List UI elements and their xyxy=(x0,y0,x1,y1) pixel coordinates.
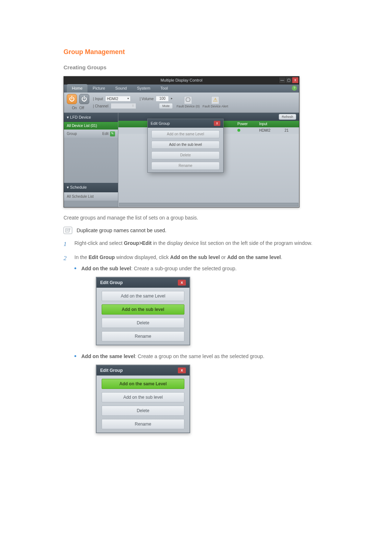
dialog-delete-button[interactable]: Delete xyxy=(102,406,184,416)
dialog-add-same-button[interactable]: Add on the same Level xyxy=(102,379,184,389)
dialog-titlebar: Edit Group x xyxy=(97,278,189,288)
group-label: Group xyxy=(67,131,77,136)
menu-home[interactable]: Home xyxy=(67,84,87,93)
volume-value[interactable]: 100 xyxy=(156,96,169,102)
fault-device-label: Fault Device (0) xyxy=(176,105,200,108)
channel-label: | Channel xyxy=(93,103,109,109)
channel-select: ⇳ xyxy=(111,103,136,109)
mdc-app-window: Multiple Display Control — ▢ x Home Pict… xyxy=(64,76,299,208)
power-status-indicator xyxy=(237,129,240,132)
on-label: On xyxy=(72,105,77,111)
dialog-add-same-button[interactable]: Add on the same Level xyxy=(102,291,184,301)
popup-titlebar: Edit Group x xyxy=(148,119,223,128)
step2-bold2: Add on the sub level xyxy=(170,254,220,260)
step-2: 2 In the Edit Group window displayed, cl… xyxy=(64,254,328,440)
step2-text-b: window displayed, click xyxy=(115,254,170,260)
dialog-close-button[interactable]: x xyxy=(178,368,186,373)
bullet-sub-level: Add on the sub level: Create a sub-group… xyxy=(74,265,328,348)
stepper-icon: ⇳ xyxy=(132,104,134,108)
menu-sound[interactable]: Sound xyxy=(110,84,132,93)
input-select[interactable]: HDMI2 ▾ xyxy=(105,96,131,102)
bullet-icon xyxy=(74,355,76,357)
edit-label: Edit xyxy=(102,131,109,136)
steps-list: 1 Right-click and select Group>Edit in t… xyxy=(64,239,328,441)
menu-tool[interactable]: Tool xyxy=(155,84,173,93)
bullet1-text: : Create a sub-group under the selected … xyxy=(131,266,237,271)
menu-picture[interactable]: Picture xyxy=(87,84,110,93)
volume-play-icon[interactable]: ▸ xyxy=(171,96,173,101)
edit-group-button[interactable]: ✎ xyxy=(110,131,115,136)
step2-text-d: . xyxy=(281,254,282,260)
step2-bold3: Add on the same level xyxy=(227,254,281,260)
input-label: | Input xyxy=(93,96,103,102)
volume-label: | Volume xyxy=(140,96,154,102)
step-number: 1 xyxy=(64,239,69,249)
power-on-button[interactable]: ⏻ xyxy=(67,94,77,104)
sidebar-all-schedule[interactable]: All Schedule List xyxy=(64,192,118,201)
dialog-delete-button[interactable]: Delete xyxy=(102,318,184,328)
dialog-rename-button[interactable]: Rename xyxy=(102,419,184,429)
cell-count: 21 xyxy=(282,128,291,133)
dialog-add-sub-button[interactable]: Add on the sub level xyxy=(102,304,184,315)
mute-button[interactable]: Mute xyxy=(159,103,173,109)
step1-bold: Group>Edit xyxy=(124,240,152,246)
step2-bold1: Edit Group xyxy=(89,254,115,260)
popup-rename-button[interactable]: Rename xyxy=(151,162,220,170)
section-heading: Group Management xyxy=(64,47,328,57)
cell-input: HDMI2 xyxy=(256,128,282,133)
step1-text-b: in the display device list section on th… xyxy=(152,240,313,246)
col-input: Input xyxy=(256,121,282,127)
step2-text-a: In the xyxy=(74,254,89,260)
fault-device-icon[interactable]: 🖵 xyxy=(184,96,192,104)
bullet-icon xyxy=(74,267,76,269)
sidebar: ▾ LFD Device All Device List (01) Group … xyxy=(64,113,118,207)
fault-alert-icon[interactable]: ⚠ xyxy=(211,96,219,104)
app-body: ▾ LFD Device All Device List (01) Group … xyxy=(64,113,299,207)
dialog-add-sub-button[interactable]: Add on the sub level xyxy=(102,392,184,402)
note-row: Duplicate group names cannot be used. xyxy=(64,227,328,234)
popup-delete-button[interactable]: Delete xyxy=(151,151,220,159)
popup-close-button[interactable]: x xyxy=(214,121,220,126)
close-button[interactable]: x xyxy=(292,77,298,83)
step1-text-a: Right-click and select xyxy=(74,240,124,246)
refresh-button[interactable]: Refresh xyxy=(279,114,296,120)
fault-alert-label: Fault Device Alert xyxy=(203,105,228,108)
help-icon[interactable]: ? xyxy=(292,86,297,91)
sidebar-all-devices[interactable]: All Device List (01) xyxy=(64,122,118,130)
step-number: 2 xyxy=(64,254,69,440)
minimize-button[interactable]: — xyxy=(279,77,285,83)
dialog-title: Edit Group xyxy=(100,279,123,286)
window-titlebar: Multiple Display Control — ▢ x xyxy=(64,77,299,85)
window-title: Multiple Display Control xyxy=(160,77,203,83)
sidebar-lfd-header[interactable]: ▾ LFD Device xyxy=(64,113,118,122)
power-off-button[interactable]: ⏻ xyxy=(79,94,89,104)
menu-bar: Home Picture Sound System Tool ? xyxy=(64,85,299,93)
intro-text: Create groups and manage the list of set… xyxy=(64,214,328,222)
bullet1-bold: Add on the sub level xyxy=(81,266,131,271)
dialog-rename-button[interactable]: Rename xyxy=(102,331,184,341)
dialog-close-button[interactable]: x xyxy=(178,280,186,286)
sub-bullet-list: Add on the sub level: Create a sub-group… xyxy=(74,265,328,435)
sidebar-group-row: Group Edit ✎ xyxy=(64,130,118,138)
note-text: Duplicate group names cannot be used. xyxy=(77,227,167,234)
sidebar-schedule-header[interactable]: ▾ Schedule xyxy=(64,183,118,192)
popup-add-sub-button[interactable]: Add on the sub level xyxy=(151,141,220,149)
bullet2-bold: Add on the same level xyxy=(81,353,135,359)
step-1: 1 Right-click and select Group>Edit in t… xyxy=(64,239,328,249)
edit-group-popup: Edit Group x Add on the same Level Add o… xyxy=(147,119,224,173)
dialog-title: Edit Group xyxy=(100,367,123,374)
step2-text-c: or xyxy=(220,254,227,260)
off-label: Off xyxy=(79,105,84,111)
bullet-same-level: Add on the same level: Create a group on… xyxy=(74,353,328,435)
chevron-down-icon: ▾ xyxy=(127,97,129,101)
edit-group-dialog-same: Edit Group x Add on the same Level Add o… xyxy=(96,365,190,433)
toolbar: ⏻ ⏻ On Off | Input HDMI2 ▾ | Channel xyxy=(64,93,299,113)
popup-title-text: Edit Group xyxy=(151,120,170,127)
dialog-titlebar: Edit Group x xyxy=(97,365,189,376)
col-power: Power xyxy=(234,121,256,127)
maximize-button[interactable]: ▢ xyxy=(285,77,292,83)
popup-add-same-button[interactable]: Add on the same Level xyxy=(151,130,220,138)
menu-system[interactable]: System xyxy=(132,84,155,93)
subsection-heading: Creating Groups xyxy=(64,63,328,72)
note-icon xyxy=(64,227,72,234)
